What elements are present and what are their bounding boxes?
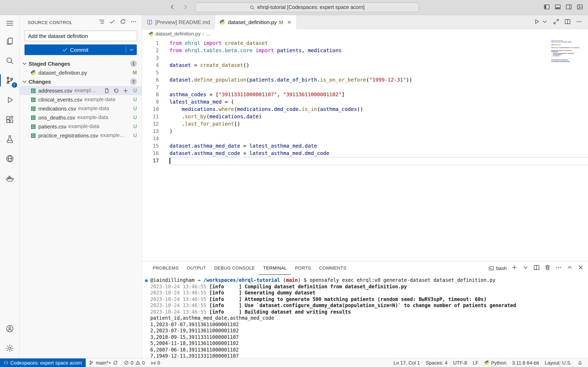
encoding[interactable]: UTF-8: [450, 359, 470, 367]
commit-message-input[interactable]: [25, 31, 137, 41]
open-changes-button[interactable]: [553, 18, 559, 26]
forward-button[interactable]: [182, 3, 189, 11]
commit-button-main[interactable]: Commit: [25, 44, 126, 55]
stage-changes-button[interactable]: [123, 87, 129, 94]
code-line[interactable]: 2from ehrql.tables.beta.core import pati…: [142, 47, 588, 54]
activity-run-and-debug[interactable]: [0, 90, 19, 110]
panel-tab-ports[interactable]: PORTS: [291, 261, 315, 275]
editor-more-actions-button[interactable]: [576, 18, 582, 26]
scm-file-practice-registrations-csv[interactable]: practice_registrations.csvexample-...U: [20, 131, 142, 140]
minimap-line: [551, 58, 583, 59]
activity-menu[interactable]: [0, 15, 19, 31]
keyboard-layout[interactable]: Layout: U.S.: [542, 359, 575, 367]
back-button[interactable]: [169, 3, 176, 11]
command-center[interactable]: ehrql-tutorial [Codespaces: expert space…: [195, 2, 419, 12]
panel-tab-terminal[interactable]: TERMINAL: [259, 261, 291, 275]
cursor-position[interactable]: Ln 17, Col 1: [390, 359, 423, 367]
code-line[interactable]: 17: [142, 157, 588, 164]
new-terminal-button[interactable]: [511, 264, 518, 272]
scm-file-clinical-events-csv[interactable]: clinical_events.csvexample-dataU: [20, 95, 142, 104]
code-line[interactable]: 7: [142, 83, 588, 91]
activity-explorer[interactable]: [0, 31, 19, 51]
terminal-output[interactable]: @iaindillingham → /workspaces/ehrql-tuto…: [142, 275, 588, 358]
python-interpreter[interactable]: 3.11.6 64-bit: [509, 359, 542, 367]
indentation[interactable]: Spaces: 4: [423, 359, 450, 367]
split-editor-button[interactable]: [564, 18, 571, 26]
language-mode[interactable]: Python: [481, 359, 509, 367]
activity-docker[interactable]: [0, 168, 19, 188]
forwarded-ports[interactable]: 0: [148, 359, 163, 367]
code-line[interactable]: 11 .sort_by(medications.date): [142, 113, 588, 120]
discard-changes-button[interactable]: [113, 87, 120, 94]
kill-terminal-button[interactable]: [544, 264, 551, 272]
trash-icon: [544, 264, 551, 271]
scm-section-changes[interactable]: Changes7: [20, 77, 142, 86]
breadcrumb-item[interactable]: dataset_definition.py: [149, 31, 200, 37]
code-line[interactable]: 6dataset.define_population(patients.date…: [142, 76, 588, 83]
activity-browser-preview[interactable]: [0, 149, 19, 168]
scm-more-actions-button[interactable]: [130, 18, 137, 26]
scm-file-ons-deaths-csv[interactable]: ons_deaths.csvexample-dataU: [20, 113, 142, 122]
activity-accounts[interactable]: [0, 319, 19, 338]
code-line[interactable]: 8asthma_codes = ["39113311000001107", "3…: [142, 91, 588, 98]
scm-file-addresses-csv[interactable]: addresses.csvexample-dataU: [20, 86, 142, 95]
customize-layout-button[interactable]: [577, 3, 583, 11]
commit-action-button[interactable]: [109, 18, 116, 26]
tab-close-button[interactable]: [286, 20, 292, 25]
code-line[interactable]: 1from ehrql import create_dataset: [142, 40, 588, 47]
editor-group: [Preview] README.mddataset_definition.py…: [142, 15, 588, 358]
commit-button[interactable]: Commit: [25, 44, 137, 55]
shell-selector[interactable]: bash: [488, 265, 507, 271]
close-panel-button[interactable]: [577, 264, 584, 272]
code-text: [159, 54, 169, 62]
code-line[interactable]: 9latest_asthma_med = (: [142, 98, 588, 106]
code-line[interactable]: 13): [142, 128, 588, 135]
commit-dropdown-button[interactable]: [126, 44, 137, 55]
git-branch-status[interactable]: main*+: [86, 359, 121, 367]
toggle-panel-button[interactable]: [554, 3, 561, 11]
tab-dataset-definition-py[interactable]: dataset_definition.pyM: [215, 15, 297, 29]
tab-preview-readme-md[interactable]: [Preview] README.md: [142, 15, 215, 29]
code-line[interactable]: 16dataset.asthma_med_code = latest_asthm…: [142, 150, 588, 157]
code-line[interactable]: 15dataset.asthma_med_date = latest_asthm…: [142, 142, 588, 150]
scm-section-staged-changes[interactable]: Staged Changes1: [20, 59, 142, 68]
toggle-primary-sidebar-button[interactable]: [544, 3, 550, 11]
chevron-down-icon: [21, 78, 28, 85]
open-file-button[interactable]: [104, 87, 110, 94]
toggle-secondary-sidebar-button[interactable]: [566, 3, 572, 11]
activity-search[interactable]: [0, 51, 19, 71]
code-line[interactable]: 5: [142, 69, 588, 76]
split-terminal-button[interactable]: [533, 264, 540, 272]
run-dropdown-button[interactable]: [541, 18, 548, 26]
terminal-more-actions-button[interactable]: [555, 264, 562, 272]
scm-file-medications-csv[interactable]: medications.csvexample-dataU: [20, 104, 142, 113]
eol-indicator[interactable]: LF: [470, 359, 481, 367]
notifications-bell[interactable]: [575, 359, 586, 367]
scm-file-patients-csv[interactable]: patients.csvexample-dataU: [20, 122, 142, 131]
refresh-button[interactable]: [120, 18, 126, 26]
panel-tab-debug-console[interactable]: DEBUG CONSOLE: [210, 261, 259, 275]
activity-extensions[interactable]: [0, 110, 19, 129]
terminal-line: 6,2007-06-18,39113611000001102: [150, 347, 588, 353]
panel-tab-output[interactable]: OUTPUT: [183, 261, 210, 275]
view-as-list-button[interactable]: [98, 18, 105, 26]
breadcrumb-item[interactable]: ...: [206, 31, 210, 37]
code-line[interactable]: 10 medications.where(medications.dmd_cod…: [142, 106, 588, 113]
code-line[interactable]: 3: [142, 54, 588, 62]
run-python-file-button[interactable]: [533, 18, 540, 26]
activity-testing[interactable]: [0, 129, 19, 149]
scm-file-dataset-definition-py[interactable]: dataset_definition.pyM: [20, 68, 142, 77]
activity-settings[interactable]: [0, 338, 19, 358]
panel-tab-problems[interactable]: PROBLEMS: [149, 261, 183, 275]
code-line[interactable]: 4dataset = create_dataset(): [142, 62, 588, 69]
terminal-dropdown-button[interactable]: [522, 264, 529, 272]
maximize-panel-button[interactable]: [566, 264, 573, 272]
minimap[interactable]: [551, 38, 583, 64]
activity-source-control[interactable]: 7: [0, 71, 19, 90]
code-line[interactable]: 12 .last_for_patient(): [142, 120, 588, 128]
problems-status[interactable]: 00: [121, 359, 148, 367]
remote-indicator[interactable]: Codespaces: expert space acorn: [0, 359, 86, 367]
code-editor[interactable]: 1from ehrql import create_dataset2from e…: [142, 38, 588, 261]
panel-tab-comments[interactable]: COMMENTS: [315, 261, 350, 275]
code-line[interactable]: 14: [142, 135, 588, 142]
